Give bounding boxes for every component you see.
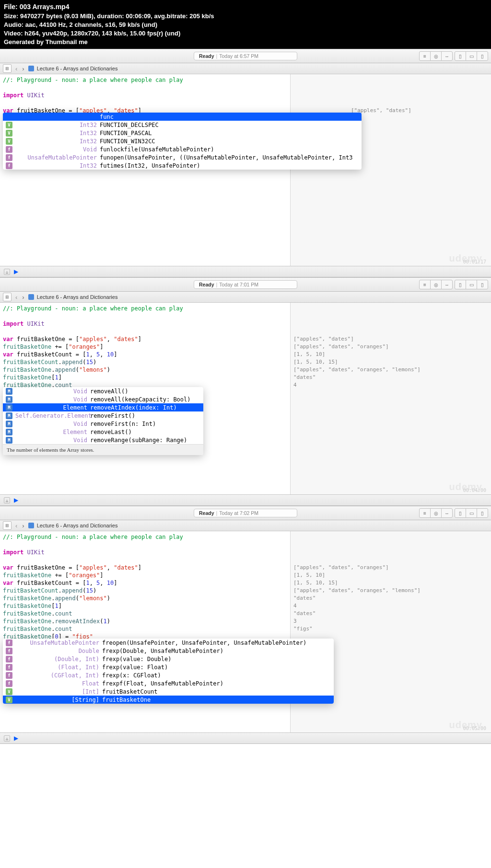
return-type: [Int] xyxy=(15,688,102,696)
completion-name: removeAtIndex(index: Int) xyxy=(90,404,177,411)
standard-editor-icon[interactable]: ≡ xyxy=(420,52,431,60)
autocomplete-item[interactable]: MVoidremoveAll(keepCapacity: Bool) xyxy=(3,395,203,403)
autocomplete-item[interactable]: V[Int]fruitBasketCount xyxy=(3,687,334,696)
jump-bar-icon[interactable]: ⊞ xyxy=(3,293,12,301)
toggle-right-panel-icon[interactable]: ▯ xyxy=(477,509,488,517)
toggle-left-panel-icon[interactable]: ▯ xyxy=(455,280,466,289)
return-type: Element xyxy=(15,428,90,436)
jump-bar-icon[interactable]: ⊞ xyxy=(3,521,12,530)
assistant-editor-icon[interactable]: ◎ xyxy=(431,52,442,60)
code-editor[interactable]: //: Playground - noun: a place where peo… xyxy=(0,531,290,732)
autocomplete-item[interactable]: MVoidremoveAll() xyxy=(3,387,203,395)
video-line: Video: h264, yuv420p, 1280x720, 143 kb/s… xyxy=(4,29,487,38)
kind-badge: V xyxy=(6,138,12,145)
xcode-frame: Ready|Today at 6:57 PM ≡◎↔▯▭▯ ⊞ ‹ › Lect… xyxy=(0,49,491,277)
autocomplete-item[interactable]: fUnsafeMutablePointerfreopen(UnsafePoint… xyxy=(3,639,334,647)
version-editor-icon[interactable]: ↔ xyxy=(442,52,452,60)
autocomplete-item[interactable]: MElementremoveLast() xyxy=(3,428,203,436)
completion-name: func xyxy=(100,113,114,121)
autocomplete-item[interactable]: fInt32futimes(Int32, UnsafePointer) xyxy=(3,161,362,170)
return-type: Void xyxy=(15,436,90,444)
play-icon[interactable]: ▶ xyxy=(14,735,18,742)
nav-back-icon[interactable]: ‹ xyxy=(14,522,18,529)
toggle-bottom-panel-icon[interactable]: ▭ xyxy=(466,509,477,517)
autocomplete-item[interactable]: MVoidremoveFirst(n: Int) xyxy=(3,420,203,428)
console-bar: ▵ ▶ xyxy=(0,494,491,505)
autocomplete-popup[interactable]: MVoidremoveAll()MVoidremoveAll(keepCapac… xyxy=(3,387,203,455)
nav-forward-icon[interactable]: › xyxy=(21,522,25,529)
completion-name: frexp(value: Double) xyxy=(102,655,172,663)
console-bar: ▵ ▶ xyxy=(0,732,491,743)
return-type: UnsafeMutablePointer xyxy=(15,639,102,647)
autocomplete-item[interactable]: f(Double, Int)frexp(value: Double) xyxy=(3,655,334,663)
autocomplete-popup[interactable]: funcVInt32FUNCTION_DECLSPECVInt32FUNCTIO… xyxy=(3,113,362,170)
return-type: (Double, Int) xyxy=(15,655,102,663)
autocomplete-item[interactable]: fUnsafeMutablePointerfunopen(UnsafePoint… xyxy=(3,153,362,161)
nav-row: ⊞ ‹ › Lecture 6 - Arrays and Dictionarie… xyxy=(0,63,491,74)
autocomplete-item[interactable]: V[String]fruitBasketOne xyxy=(3,696,334,704)
breadcrumb[interactable]: Lecture 6 - Arrays and Dictionaries xyxy=(37,66,118,71)
toolbar-icon-group: ≡◎↔ xyxy=(419,508,453,518)
return-type: Int32 xyxy=(15,162,100,170)
editor-area: //: Playground - noun: a place where peo… xyxy=(0,74,491,266)
autocomplete-item[interactable]: MSelf.Generator.ElementremoveFirst() xyxy=(3,411,203,420)
toggle-bottom-panel-icon[interactable]: ▭ xyxy=(466,52,477,60)
nav-forward-icon[interactable]: › xyxy=(21,294,25,301)
toggle-left-panel-icon[interactable]: ▯ xyxy=(455,509,466,517)
nav-back-icon[interactable]: ‹ xyxy=(14,65,18,72)
doc-icon xyxy=(28,294,34,300)
breadcrumb[interactable]: Lecture 6 - Arrays and Dictionaries xyxy=(37,523,118,528)
jump-bar-icon[interactable]: ⊞ xyxy=(3,64,12,73)
nav-forward-icon[interactable]: › xyxy=(21,65,25,72)
version-editor-icon[interactable]: ↔ xyxy=(442,509,452,517)
autocomplete-item[interactable]: VInt32FUNCTION_WIN32CC xyxy=(3,137,362,145)
console-toggle-icon[interactable]: ▵ xyxy=(4,735,10,742)
autocomplete-item[interactable]: func xyxy=(3,113,362,121)
toggle-right-panel-icon[interactable]: ▯ xyxy=(477,280,488,289)
autocomplete-item[interactable]: fVoidfunlockfile(UnsafeMutablePointer) xyxy=(3,145,362,153)
autocomplete-item[interactable]: MElementremoveAtIndex(index: Int) xyxy=(3,403,203,411)
code-editor[interactable]: //: Playground - noun: a place where peo… xyxy=(0,303,290,494)
kind-badge: M xyxy=(6,404,12,411)
kind-badge: f xyxy=(6,664,12,671)
code-editor[interactable]: //: Playground - noun: a place where peo… xyxy=(0,74,290,266)
console-toggle-icon[interactable]: ▵ xyxy=(4,269,10,275)
return-type: (CGFloat, Int) xyxy=(15,672,102,679)
standard-editor-icon[interactable]: ≡ xyxy=(420,509,431,517)
return-type: (Float, Int) xyxy=(15,663,102,671)
play-icon[interactable]: ▶ xyxy=(14,497,18,503)
play-icon[interactable]: ▶ xyxy=(14,268,18,275)
return-type: Void xyxy=(15,396,90,403)
autocomplete-item[interactable]: VInt32FUNCTION_DECLSPEC xyxy=(3,121,362,129)
completion-name: frexp(Double, UnsafeMutablePointer) xyxy=(102,647,223,655)
xcode-frame: Ready|Today at 7:01 PM ≡◎↔▯▭▯ ⊞ ‹ › Lect… xyxy=(0,277,491,506)
completion-name: fruitBasketOne xyxy=(102,696,151,704)
kind-badge: V xyxy=(6,697,12,703)
assistant-editor-icon[interactable]: ◎ xyxy=(431,509,442,517)
kind-badge: f xyxy=(6,656,12,662)
kind-badge: f xyxy=(6,154,12,161)
completion-name: frexpf(Float, UnsafeMutablePointer) xyxy=(102,680,223,687)
toggle-right-panel-icon[interactable]: ▯ xyxy=(477,52,488,60)
toggle-bottom-panel-icon[interactable]: ▭ xyxy=(466,280,477,289)
autocomplete-item[interactable]: f(Float, Int)frexp(value: Float) xyxy=(3,663,334,671)
autocomplete-item[interactable]: MVoidremoveRange(subRange: Range) xyxy=(3,436,203,444)
standard-editor-icon[interactable]: ≡ xyxy=(420,280,431,289)
autocomplete-item[interactable]: VInt32FUNCTION_PASCAL xyxy=(3,129,362,137)
autocomplete-popup[interactable]: fUnsafeMutablePointerfreopen(UnsafePoint… xyxy=(3,639,334,704)
version-editor-icon[interactable]: ↔ xyxy=(442,280,452,289)
breadcrumb[interactable]: Lecture 6 - Arrays and Dictionaries xyxy=(37,294,118,300)
doc-icon xyxy=(28,523,34,528)
result-sidebar: ["apples", "dates"]["apples", "dates", "… xyxy=(290,303,491,494)
kind-badge: f xyxy=(6,146,12,153)
console-toggle-icon[interactable]: ▵ xyxy=(4,497,10,503)
timestamp: 00:05:00 xyxy=(463,726,486,731)
toggle-left-panel-icon[interactable]: ▯ xyxy=(455,52,466,60)
nav-back-icon[interactable]: ‹ xyxy=(14,294,18,301)
return-type: UnsafeMutablePointer xyxy=(15,154,100,161)
kind-badge: f xyxy=(6,162,12,169)
autocomplete-item[interactable]: f(CGFloat, Int)frexp(x: CGFloat) xyxy=(3,671,334,679)
autocomplete-item[interactable]: fFloatfrexpf(Float, UnsafeMutablePointer… xyxy=(3,679,334,687)
autocomplete-item[interactable]: fDoublefrexp(Double, UnsafeMutablePointe… xyxy=(3,647,334,655)
assistant-editor-icon[interactable]: ◎ xyxy=(431,280,442,289)
